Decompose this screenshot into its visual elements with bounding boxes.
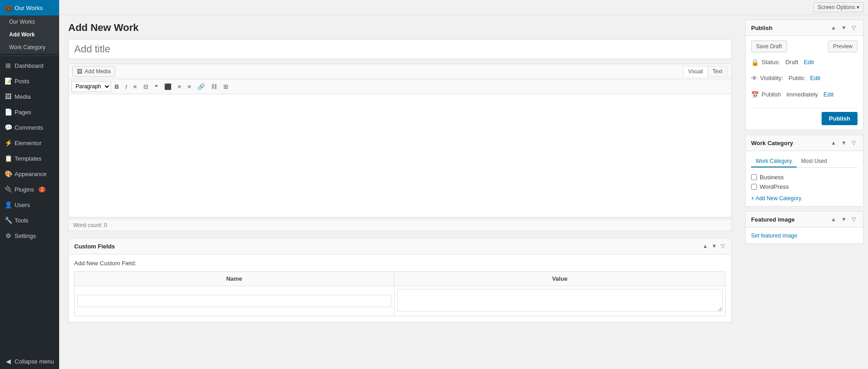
sidebar-item-label: Users [15,202,30,208]
topbar: Screen Options [59,0,868,15]
cf-row [75,286,726,316]
link-button[interactable]: 🔗 [195,81,207,92]
cat-label-business[interactable]: Business [760,174,784,181]
sidebar-item-our-works[interactable]: 💼 Our Works [0,0,59,15]
add-new-category-link[interactable]: + Add New Category [751,195,858,202]
cat-item-wordpress: WordPress [751,182,858,192]
publish-panel-up[interactable]: ▲ [829,24,838,32]
unlink-button[interactable]: ⛓ [208,81,220,92]
align-center-button[interactable]: ≡ [175,81,184,92]
sidebar-item-label: Dashboard [15,62,44,69]
preview-button[interactable]: Preview [828,40,858,52]
ordered-list-button[interactable]: ⊟ [141,81,151,92]
sidebar-item-collapse[interactable]: ◀ Collapse menu [0,354,59,369]
cat-checkbox-business[interactable] [751,174,757,180]
sidebar-item-plugins[interactable]: 🔌 Plugins 2 [0,182,59,197]
publish-button[interactable]: Publish [822,112,858,125]
unordered-list-button[interactable]: ≡ [131,81,140,92]
add-media-icon: 🖼 [77,68,82,75]
cat-tab-most-used[interactable]: Most Used [797,156,832,167]
cat-label-wordpress[interactable]: WordPress [760,183,789,190]
sidebar-item-label: Templates [15,155,41,162]
publish-panel: Publish ▲ ▼ ▽ Save Draft Preview 🔒 [745,20,863,130]
publish-panel-down[interactable]: ▼ [839,24,848,32]
visibility-text: Visibility: Public Edit [760,73,820,85]
bold-button[interactable]: B [112,81,121,92]
word-count: Word count: 0 [68,220,732,231]
custom-fields-collapse-up[interactable]: ▲ [701,242,709,250]
right-panel: Publish ▲ ▼ ▽ Save Draft Preview 🔒 [741,15,868,369]
sidebar-item-pages[interactable]: 📄 Pages [0,104,59,120]
featured-image-title: Featured image [751,216,795,223]
sidebar-item-label: Pages [15,109,31,116]
dashboard-icon: ⊞ [5,62,12,69]
custom-fields-header[interactable]: Custom Fields ▲ ▼ ▽ [69,238,731,254]
sidebar-item-settings[interactable]: ⚙ Settings [0,228,59,243]
custom-fields-collapse-down[interactable]: ▼ [711,242,718,250]
visibility-edit-link[interactable]: Edit [810,73,820,83]
align-right-button[interactable]: ≡ [185,81,194,92]
sidebar-sub-work-category[interactable]: Work Category [0,41,59,54]
sidebar-item-dashboard[interactable]: ⊞ Dashboard [0,58,59,73]
table-button[interactable]: ⊞ [221,81,231,92]
paragraph-format-select[interactable]: Paragraph Heading 1 Heading 2 Heading 3 [71,81,111,92]
italic-button[interactable]: I [122,81,130,92]
publish-time-edit-link[interactable]: Edit [823,89,833,100]
calendar-icon: 📅 [751,89,759,101]
sidebar-sub-our-works[interactable]: Our Works [0,15,59,28]
cat-checkbox-wordpress[interactable] [751,184,757,190]
sidebar-item-media[interactable]: 🖼 Media [0,89,59,104]
appearance-icon: 🎨 [5,170,12,177]
format-bar: Paragraph Heading 1 Heading 2 Heading 3 … [69,79,731,94]
screen-options-button[interactable]: Screen Options [813,2,863,12]
sidebar-item-comments[interactable]: 💬 Comments [0,120,59,135]
custom-fields-box: Custom Fields ▲ ▼ ▽ Add New Custom Field… [68,238,732,322]
sidebar-item-tools[interactable]: 🔧 Tools [0,212,59,228]
featured-img-up[interactable]: ▲ [829,215,838,223]
work-cat-down[interactable]: ▼ [839,139,848,147]
visual-tab[interactable]: Visual [683,66,707,77]
main-content: Screen Options Add New Work 🖼 Add Media … [59,0,868,369]
editor-top-toolbar: 🖼 Add Media Visual Text [69,64,731,79]
plugins-icon: 🔌 [5,186,12,193]
set-featured-image-link[interactable]: Set featured image [751,233,797,239]
editor-content-area[interactable] [69,94,731,217]
sidebar-item-users[interactable]: 👤 Users [0,197,59,212]
publish-panel-toggle[interactable]: ▽ [850,24,858,32]
featured-img-toggle[interactable]: ▽ [850,215,858,223]
sidebar-item-posts[interactable]: 📝 Posts [0,73,59,89]
status-edit-link[interactable]: Edit [804,57,814,67]
add-media-button[interactable]: 🖼 Add Media [72,66,115,77]
sidebar-item-label: Elementor [15,140,41,147]
cat-tab-all[interactable]: Work Category [751,156,797,167]
cf-name-input[interactable] [77,295,391,307]
align-left-button[interactable]: ⬛ [161,81,174,92]
publish-panel-header: Publish ▲ ▼ ▽ [746,20,863,36]
sidebar-item-label: Tools [15,217,28,224]
category-list: Business WordPress [751,172,858,192]
work-category-title: Work Category [751,140,793,147]
status-row: 🔒 Status: Draft Edit [751,57,858,71]
blockquote-button[interactable]: ❝ [152,81,161,92]
sidebar-item-elementor[interactable]: ⚡ Elementor [0,135,59,151]
custom-fields-expand[interactable]: ▽ [720,242,726,250]
custom-fields-title: Custom Fields [74,243,115,250]
our-works-icon: 💼 [5,4,12,11]
visibility-icon: 👁 [751,73,757,84]
sidebar-item-appearance[interactable]: 🎨 Appearance [0,166,59,182]
post-title-input[interactable] [68,39,732,59]
cf-value-textarea[interactable] [397,289,722,312]
sidebar-item-label: Media [15,93,30,100]
work-cat-toggle[interactable]: ▽ [850,139,858,147]
sidebar-item-label: Appearance [15,171,46,177]
sidebar-sub-add-work[interactable]: Add Work [0,28,59,41]
collapse-label: Collapse menu [15,358,54,365]
save-draft-button[interactable]: Save Draft [751,40,787,52]
sidebar-item-templates[interactable]: 📋 Templates [0,151,59,166]
work-cat-up[interactable]: ▲ [829,139,838,147]
text-tab[interactable]: Text [707,66,727,77]
comments-icon: 💬 [5,124,12,131]
add-media-label: Add Media [85,68,111,75]
featured-img-down[interactable]: ▼ [839,215,848,223]
elementor-icon: ⚡ [5,139,12,147]
